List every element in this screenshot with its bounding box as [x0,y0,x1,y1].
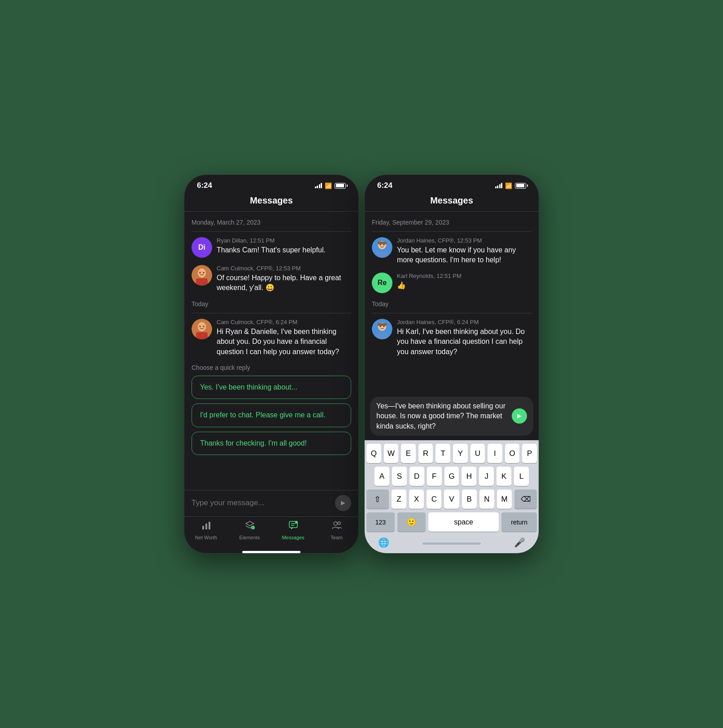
key-s[interactable]: S [392,467,407,486]
quick-reply-btn-2[interactable]: I'd prefer to chat. Please give me a cal… [192,403,351,427]
message-meta: Ryan Dillan, 12:51 PM [217,237,351,244]
message-group: Di Ryan Dillan, 12:51 PM Thanks Cam! Tha… [192,237,351,258]
messages-area-left: Monday, March 27, 2023 Di Ryan Dillan, 1… [184,212,358,490]
date-label-right-today: Today [372,300,531,308]
message-meta-karl: Karl Reynolds, 12:51 PM [397,273,531,279]
divider-2 [192,313,351,313]
date-label-right-1: Friday, September 29, 2023 [372,219,531,226]
key-c[interactable]: C [427,490,441,509]
key-u[interactable]: U [470,444,485,463]
key-f[interactable]: F [427,467,442,486]
key-t[interactable]: T [436,444,450,463]
key-g[interactable]: G [444,467,459,486]
nav-label-messages: Messages [282,535,304,540]
key-x[interactable]: X [409,490,424,509]
message-content-jordan-today: Jordan Haines, CFP®, 6:24 PM Hi Karl, I'… [397,319,531,357]
keyboard: Q W E R T Y U I O P A S D F G [365,440,539,553]
key-p[interactable]: P [522,444,537,463]
key-l[interactable]: L [514,467,529,486]
key-w[interactable]: W [384,444,399,463]
home-indicator-left [242,551,301,553]
message-text-right: You bet. Let me know if you have any mor… [397,245,531,265]
quick-replies-label: Choose a quick reply [192,364,351,371]
messages-area-right: Friday, September 29, 2023 [365,212,539,392]
nav-label-elements: Elements [240,535,260,540]
keyboard-row-3: ⇧ Z X C V B N M ⌫ [366,490,537,509]
keyboard-row-4: 123 🙂 space return [366,512,537,532]
key-i[interactable]: I [488,444,502,463]
phone-right: 6:24 📶 Messages [364,174,539,554]
message-text: Of course! Happy to help. Have a great w… [217,273,351,293]
nav-item-net-worth[interactable]: Net Worth [193,520,220,540]
svg-rect-10 [196,332,208,339]
key-e[interactable]: E [401,444,416,463]
key-r[interactable]: R [418,444,433,463]
svg-point-24 [334,522,337,525]
key-q[interactable]: Q [366,444,381,463]
avatar-jordan-2 [372,319,392,339]
wifi-icon-right: 📶 [505,182,512,189]
key-a[interactable]: A [375,467,389,486]
message-group-jordan-today: Jordan Haines, CFP®, 6:24 PM Hi Karl, I'… [372,319,531,357]
avatar-cam-2 [192,319,212,339]
svg-point-25 [338,522,340,524]
key-n[interactable]: N [479,490,494,509]
avatar-jordan [372,237,392,258]
messages-header-left: Messages [184,194,358,212]
layers-icon: ! [245,520,255,533]
svg-text:!: ! [252,526,253,529]
key-m[interactable]: M [497,490,512,509]
key-shift[interactable]: ⇧ [366,490,389,509]
keyboard-row-1: Q W E R T Y U I O P [366,444,537,463]
quick-reply-btn-3[interactable]: Thanks for checking. I'm all good! [192,432,351,455]
svg-point-6 [203,272,205,273]
send-button-left[interactable]: ► [335,495,351,511]
key-numbers[interactable]: 123 [366,512,395,532]
message-group: Cam Culmock, CFP®, 6:24 PM Hi Ryan & Dan… [192,319,351,357]
microphone-icon[interactable]: 🎤 [510,537,530,548]
message-content: Cam Culmock, CFP®, 6:24 PM Hi Ryan & Dan… [217,319,351,357]
signal-icon [315,183,322,188]
send-button-right[interactable]: ► [512,408,527,424]
phone-left: 6:24 📶 Messages [184,174,359,554]
svg-rect-28 [376,251,388,258]
nav-item-elements[interactable]: ! Elements [236,520,263,540]
avatar-ryan: Di [192,237,212,258]
key-space[interactable]: space [428,512,499,532]
message-text-karl: 👍 [397,281,531,290]
phones-container: 6:24 📶 Messages [175,165,548,563]
message-text: Hi Ryan & Danielle, I've been thinking a… [217,327,351,357]
input-area-left: ► [184,490,358,516]
key-h[interactable]: H [462,467,476,486]
key-y[interactable]: Y [453,444,468,463]
nav-label-team: Team [331,535,343,540]
svg-rect-14 [202,526,204,529]
header-title-right: Messages [430,195,473,205]
message-meta-jordan-today: Jordan Haines, CFP®, 6:24 PM [397,319,531,325]
key-o[interactable]: O [505,444,520,463]
key-d[interactable]: D [409,467,424,486]
key-backspace[interactable]: ⌫ [514,490,537,509]
svg-rect-32 [378,242,387,244]
chat-input-text[interactable]: Yes—I've been thinking about selling our… [376,401,507,431]
nav-label-net-worth: Net Worth [195,535,217,540]
nav-item-team[interactable]: Team [323,520,350,540]
key-emoji[interactable]: 🙂 [397,512,426,532]
key-v[interactable]: V [444,490,459,509]
quick-reply-btn-1[interactable]: Yes. I've been thinking about... [192,376,351,399]
message-meta-right: Jordan Haines, CFP®, 12:53 PM [397,237,531,244]
key-z[interactable]: Z [392,490,406,509]
key-b[interactable]: B [462,490,477,509]
key-return[interactable]: return [501,512,537,532]
keyboard-row-2: A S D F G H J K L [366,467,537,486]
svg-point-5 [200,272,201,273]
message-content-right: Jordan Haines, CFP®, 12:53 PM You bet. L… [397,237,531,265]
message-input-left[interactable] [192,497,331,509]
nav-item-messages[interactable]: Messages [280,520,307,540]
globe-icon[interactable]: 🌐 [374,537,394,548]
key-j[interactable]: J [479,467,494,486]
status-icons-left: 📶 [315,182,346,189]
status-bar-right: 6:24 📶 [365,175,539,194]
chat-icon [288,520,298,533]
key-k[interactable]: K [497,467,511,486]
